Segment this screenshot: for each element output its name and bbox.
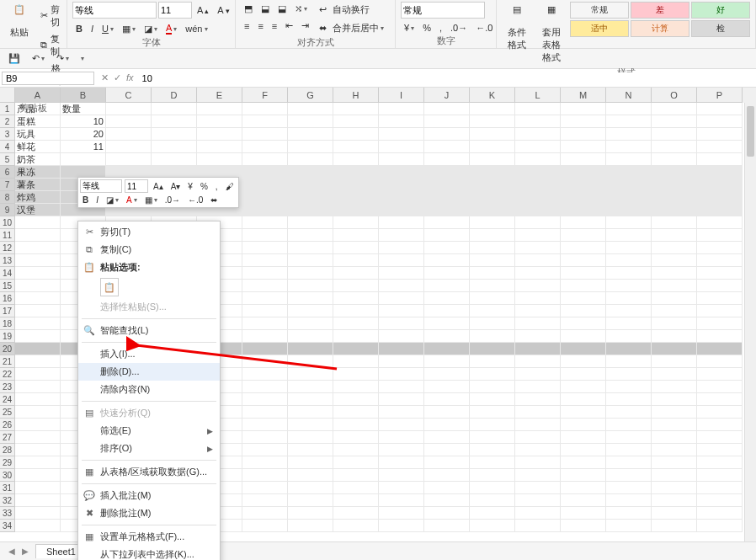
cell[interactable]	[470, 103, 515, 115]
cell[interactable]	[606, 431, 652, 444]
cell[interactable]	[697, 191, 743, 204]
cell[interactable]	[697, 444, 743, 456]
cell[interactable]	[333, 406, 379, 419]
style-calc[interactable]: 计算	[631, 20, 689, 37]
cell[interactable]	[379, 355, 424, 368]
mini-bold[interactable]: B	[80, 195, 91, 205]
row-header-11[interactable]: 11	[0, 229, 15, 242]
cell[interactable]	[561, 204, 606, 216]
cell[interactable]	[515, 242, 561, 254]
cell[interactable]	[242, 343, 288, 355]
cell[interactable]	[379, 520, 424, 532]
cell[interactable]	[242, 419, 288, 431]
cell[interactable]	[606, 292, 652, 305]
cell[interactable]	[424, 393, 470, 406]
tab-nav-prev[interactable]: ◀	[8, 547, 15, 556]
undo-button[interactable]: ↶▾	[29, 51, 48, 66]
cell[interactable]	[470, 469, 515, 482]
cell[interactable]	[379, 419, 424, 431]
mini-font-color[interactable]: A▾	[124, 195, 140, 205]
cell[interactable]	[197, 128, 242, 141]
cell[interactable]	[288, 393, 333, 406]
cell[interactable]	[242, 153, 288, 166]
row-header-22[interactable]: 22	[0, 368, 15, 381]
cancel-formula-button[interactable]: ✕	[101, 72, 109, 83]
cell[interactable]: 20	[61, 128, 106, 141]
cell[interactable]	[515, 216, 561, 229]
mini-fill-color[interactable]: ◪▾	[104, 195, 121, 205]
bold-button[interactable]: B	[72, 22, 86, 35]
style-neutral[interactable]: 适中	[570, 20, 629, 37]
cell[interactable]	[561, 216, 606, 229]
cell[interactable]	[242, 431, 288, 444]
cell[interactable]	[470, 507, 515, 520]
cell[interactable]	[333, 103, 379, 115]
font-size-select[interactable]	[158, 2, 192, 19]
cell[interactable]	[606, 191, 652, 204]
cell[interactable]	[697, 431, 743, 444]
italic-button[interactable]: I	[88, 22, 97, 35]
cell[interactable]	[424, 355, 470, 368]
row-header-32[interactable]: 32	[0, 494, 15, 507]
cell[interactable]	[515, 280, 561, 292]
mini-dec2[interactable]: ←.0	[185, 195, 205, 205]
cell[interactable]	[242, 456, 288, 469]
percent-button[interactable]: %	[419, 21, 434, 35]
mini-increase-font[interactable]: A▴	[151, 181, 166, 192]
cell[interactable]	[470, 368, 515, 381]
cell[interactable]	[379, 431, 424, 444]
cell[interactable]	[652, 355, 697, 368]
cell[interactable]	[652, 141, 697, 153]
cell[interactable]	[697, 179, 743, 191]
cell[interactable]	[515, 494, 561, 507]
scrollbar-thumb[interactable]	[747, 106, 754, 157]
cell[interactable]	[379, 179, 424, 191]
cell[interactable]	[333, 115, 379, 128]
cell[interactable]	[697, 419, 743, 431]
row-header-4[interactable]: 4	[0, 141, 15, 153]
cell[interactable]	[515, 128, 561, 141]
cell[interactable]	[288, 128, 333, 141]
ctx-sort[interactable]: 排序(O)▶	[78, 440, 220, 457]
cell[interactable]	[15, 216, 61, 229]
cell[interactable]	[379, 267, 424, 280]
cell[interactable]	[61, 153, 106, 166]
cell[interactable]	[242, 141, 288, 153]
cell[interactable]	[15, 254, 61, 267]
cell[interactable]	[697, 141, 743, 153]
cell[interactable]	[15, 229, 61, 242]
cell[interactable]	[606, 406, 652, 419]
cell[interactable]: 汉堡	[15, 204, 61, 216]
cell[interactable]	[379, 343, 424, 355]
cell[interactable]	[242, 242, 288, 254]
cell[interactable]	[288, 166, 333, 179]
decrease-font-button[interactable]: A▾	[214, 3, 232, 17]
cell[interactable]	[606, 419, 652, 431]
cell[interactable]	[470, 229, 515, 242]
mini-italic[interactable]: I	[93, 195, 101, 205]
cell[interactable]	[606, 103, 652, 115]
cell[interactable]	[424, 141, 470, 153]
cell[interactable]	[15, 482, 61, 494]
cell[interactable]	[606, 343, 652, 355]
cell[interactable]	[333, 469, 379, 482]
cell[interactable]	[242, 444, 288, 456]
fill-color-button[interactable]: ◪▾	[141, 22, 161, 36]
row-header-30[interactable]: 30	[0, 469, 15, 482]
cell[interactable]	[379, 191, 424, 204]
cell[interactable]	[152, 115, 197, 128]
cell[interactable]	[606, 204, 652, 216]
cell[interactable]	[606, 267, 652, 280]
cell[interactable]	[652, 330, 697, 343]
cell[interactable]	[606, 254, 652, 267]
cell[interactable]	[697, 456, 743, 469]
phonetic-button[interactable]: wén▾	[182, 22, 210, 35]
cell[interactable]	[561, 242, 606, 254]
cell[interactable]	[561, 229, 606, 242]
cell[interactable]	[470, 406, 515, 419]
cell[interactable]	[515, 166, 561, 179]
cell[interactable]	[15, 368, 61, 381]
cell[interactable]	[515, 267, 561, 280]
mini-format-painter[interactable]: 🖌	[223, 181, 237, 192]
cell[interactable]	[561, 482, 606, 494]
